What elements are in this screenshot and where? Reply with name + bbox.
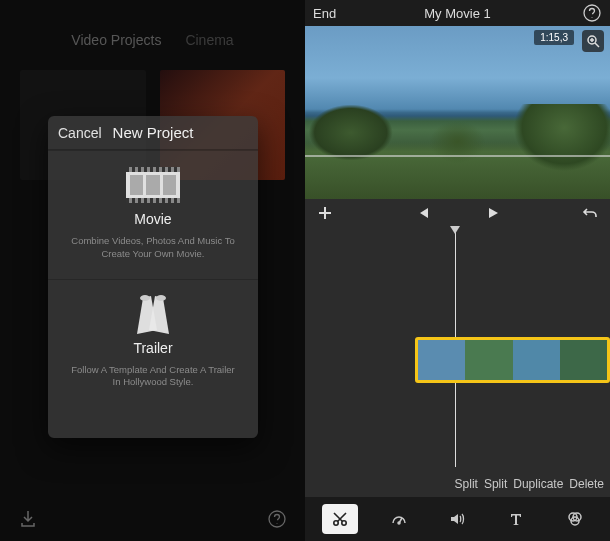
help-icon[interactable] (582, 3, 602, 23)
undo-icon[interactable] (580, 203, 600, 223)
play-icon[interactable] (483, 203, 503, 223)
filters-tool-icon[interactable] (557, 504, 593, 534)
audio-tool-icon[interactable] (439, 504, 475, 534)
clip-trim-handle[interactable] (415, 340, 418, 380)
editor-screen: End My Movie 1 1:15,3 (305, 0, 610, 541)
projects-tabs: Video Projects Cinema (0, 0, 305, 48)
svg-point-0 (269, 511, 285, 527)
svg-point-7 (398, 522, 400, 524)
transport-bar (305, 199, 610, 227)
modal-title: New Project (113, 124, 194, 141)
cut-tool-icon[interactable] (322, 504, 358, 534)
editor-toolbar (305, 497, 610, 541)
tab-cinema[interactable]: Cinema (185, 32, 233, 48)
projects-screen: Video Projects Cinema Cancel New Project… (0, 0, 305, 541)
action-duplicate[interactable]: Duplicate (513, 477, 563, 491)
speed-tool-icon[interactable] (381, 504, 417, 534)
tab-video-projects[interactable]: Video Projects (71, 32, 161, 48)
add-media-icon[interactable] (315, 203, 335, 223)
zoom-icon[interactable] (582, 30, 604, 52)
clip-actions: Split Split Duplicate Delete (455, 477, 604, 491)
action-split-2[interactable]: Split (484, 477, 507, 491)
spotlights-icon (60, 294, 246, 334)
help-icon[interactable] (267, 509, 287, 529)
option-movie-label: Movie (60, 211, 246, 227)
prev-icon[interactable] (413, 203, 433, 223)
video-preview[interactable]: 1:15,3 (305, 26, 610, 199)
option-trailer[interactable]: Trailer Follow A Template And Create A T… (48, 279, 258, 408)
export-icon[interactable] (18, 509, 38, 529)
svg-point-1 (140, 295, 150, 301)
end-button[interactable]: End (313, 6, 336, 21)
cancel-button[interactable]: Cancel (58, 125, 102, 141)
svg-point-3 (584, 5, 600, 21)
action-split[interactable]: Split (455, 477, 478, 491)
action-delete[interactable]: Delete (569, 477, 604, 491)
video-clip[interactable] (415, 337, 610, 383)
preview-timestamp: 1:15,3 (534, 30, 574, 45)
option-movie[interactable]: Movie Combine Videos, Photos And Music T… (48, 150, 258, 279)
option-trailer-desc: Follow A Template And Create A Trailer I… (60, 364, 246, 390)
option-trailer-label: Trailer (60, 340, 246, 356)
new-project-modal: Cancel New Project Movie Combine Videos,… (48, 116, 258, 438)
editor-header: End My Movie 1 (305, 0, 610, 26)
project-title: My Movie 1 (305, 6, 610, 21)
film-icon (60, 165, 246, 205)
text-tool-icon[interactable] (498, 504, 534, 534)
option-movie-desc: Combine Videos, Photos And Music To Crea… (60, 235, 246, 261)
timeline[interactable]: Split Split Duplicate Delete (305, 227, 610, 497)
svg-point-2 (156, 295, 166, 301)
